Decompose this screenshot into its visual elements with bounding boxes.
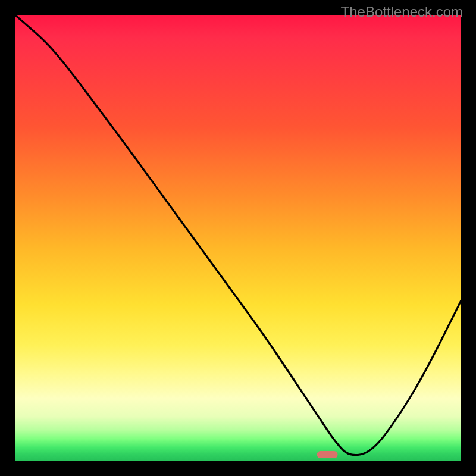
site-watermark: TheBottleneck.com <box>341 4 463 20</box>
chart-plot-area <box>15 15 461 461</box>
optimal-point-marker <box>317 451 338 458</box>
bottleneck-curve <box>15 15 461 461</box>
